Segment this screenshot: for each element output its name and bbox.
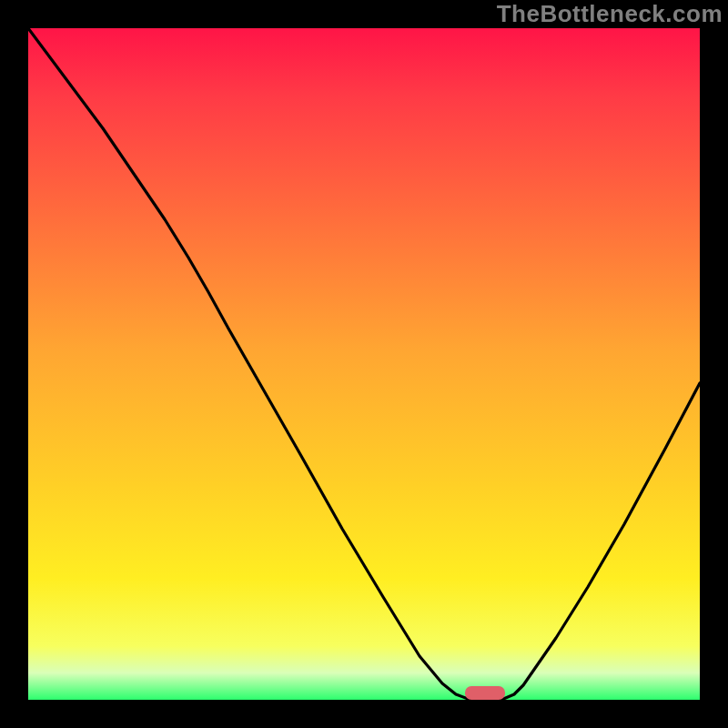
chart-stage: TheBottleneck.com	[0, 0, 728, 728]
optimal-marker	[465, 686, 505, 700]
bottleneck-curve	[28, 28, 700, 700]
plot-area	[28, 28, 700, 700]
watermark-text: TheBottleneck.com	[497, 0, 723, 28]
